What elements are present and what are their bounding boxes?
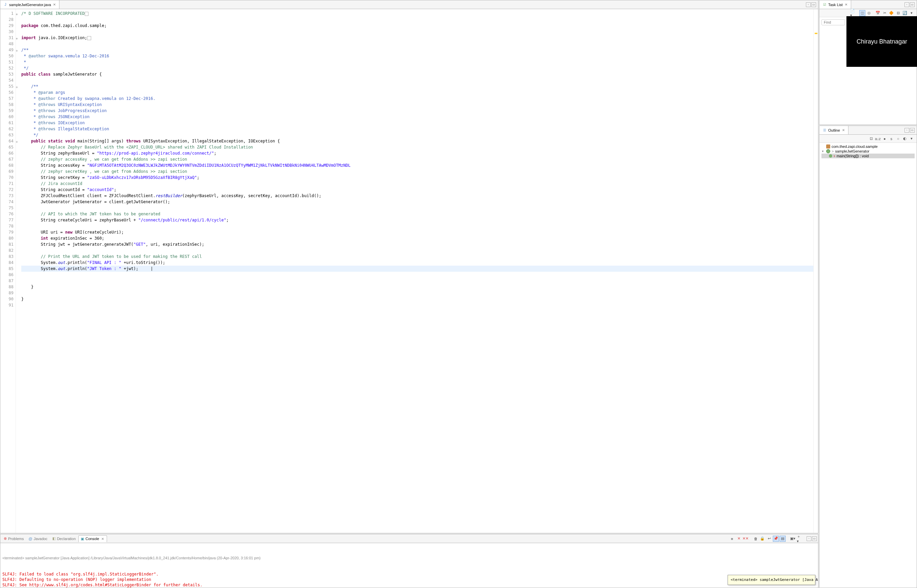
remove-launch-button[interactable]: ✕ [736,536,742,542]
maximize-button[interactable]: ▭ [910,128,915,132]
tab-problems[interactable]: ⊗Problems [2,535,26,542]
line-gutter: 1⊕28293031⊕4849⊖505152535455⊖56575859606… [0,9,16,533]
chevron-down-icon[interactable]: ▼ [822,150,825,153]
maximize-button[interactable]: ▭ [811,2,816,7]
sort-button[interactable]: a↓z [875,136,881,142]
tab-task-list[interactable]: ☑ Task List ✕ [820,0,851,9]
focus-active-button[interactable]: ⊡ [868,136,874,142]
method-node[interactable]: S main(String[]) : void [822,153,915,158]
class-node[interactable]: ▼ > sampleJwtGenerator [822,149,915,153]
view-menu-button[interactable]: ▾ [909,136,915,142]
outline-tabbar: ☰ Outline ✕ ▫ ▭ [820,126,917,135]
console-header: <terminated> sampleJwtGenerator [Java Ap… [2,555,816,561]
remove-all-button[interactable]: ✕✕ [742,536,749,542]
close-icon[interactable]: ✕ [841,128,846,132]
outline-toolbar: ⊡ a↓z ● s ○ ◐ ▾ [820,135,917,143]
categorize-button[interactable]: ◫ [859,10,865,16]
video-overlay: Chirayu Bhatnagar [846,16,917,67]
console-panel: ⊗Problems @Javadoc ◧Declaration ▣Console… [0,534,818,588]
javadoc-icon: @ [28,537,32,541]
participant-name: Chirayu Bhatnagar [857,38,907,45]
collapse-all-button[interactable]: ⊟ [895,10,901,16]
console-output[interactable]: <terminated> sampleJwtGenerator [Java Ap… [0,543,818,588]
task-tabbar: ☑ Task List ✕ ▫ ▭ [820,0,917,9]
schedule-button[interactable]: 📅 [875,10,881,16]
view-menu-button[interactable]: ▾ [909,10,915,16]
new-console-button[interactable]: ＋▾ [796,536,802,542]
declaration-icon: ◧ [52,536,56,541]
minimize-button[interactable]: ▫ [904,128,909,132]
minimize-button[interactable]: ▫ [806,2,811,7]
editor-tab[interactable]: J sampleJwtGenerator.java ✕ [0,0,60,9]
outline-tree[interactable]: com.thed.zapi.cloud.sample ▼ > sampleJwt… [820,143,917,160]
overview-ruler[interactable] [813,9,818,533]
terminate-button[interactable]: ■ [729,536,735,542]
minimize-button[interactable]: ▫ [904,2,909,7]
tab-console[interactable]: ▣Console✕ [78,535,107,543]
static-decorator-icon: S [834,155,835,157]
method-icon [829,154,832,158]
new-task-button[interactable]: 📄▾ [850,10,856,16]
maximize-button[interactable]: ▭ [812,536,817,541]
tab-outline[interactable]: ☰ Outline ✕ [820,126,849,134]
focus-button[interactable]: ◎ [866,10,872,16]
bottom-tabbar: ⊗Problems @Javadoc ◧Declaration ▣Console… [0,534,818,543]
code-area[interactable]: /* D SOFTWARE INCORPORATED package com.t… [16,9,813,533]
editor-panel: J sampleJwtGenerator.java ✕ ▫ ▭ 1⊕282930… [0,0,818,533]
editor-tabbar: J sampleJwtGenerator.java ✕ ▫ ▭ [0,0,818,9]
pin-console-button[interactable]: 📌 [773,536,779,542]
outline-panel: ☰ Outline ✕ ▫ ▭ ⊡ a↓z ● s ○ ◐ ▾ [819,126,917,588]
clear-console-button[interactable]: 🗑 [752,536,759,542]
class-icon [826,149,830,153]
synchronize-button[interactable]: 🔄 [902,10,908,16]
package-icon [826,144,830,149]
console-icon: ▣ [81,537,84,541]
hide-nonpublic-button[interactable]: ○ [895,136,901,142]
package-node[interactable]: com.thed.zapi.cloud.sample [822,144,915,149]
editor-tab-label: sampleJwtGenerator.java [9,3,51,7]
close-icon[interactable]: ✕ [52,3,57,6]
java-file-icon: J [3,2,8,7]
outline-icon: ☰ [822,128,827,132]
display-selected-button[interactable]: ▤ [780,536,786,542]
tab-javadoc[interactable]: @Javadoc [26,536,49,542]
problems-icon: ⊗ [4,536,7,541]
hide-local-button[interactable]: ◐ [902,136,908,142]
close-icon[interactable]: ✕ [844,3,848,6]
hide-completed-button[interactable]: ✂ [881,10,888,16]
hide-static-button[interactable]: s [888,136,894,142]
hide-fields-button[interactable]: ● [881,136,888,142]
filter-button[interactable]: 🔶 [888,10,894,16]
console-tooltip: <terminated> sampleJwtGenerator [Java Ap… [728,575,815,585]
task-list-icon: ☑ [822,2,827,7]
word-wrap-button[interactable]: ↩ [766,536,772,542]
tab-declaration[interactable]: ◧Declaration [50,535,78,542]
minimize-button[interactable]: ▫ [807,536,811,541]
editor-body[interactable]: 1⊕28293031⊕4849⊖505152535455⊖56575859606… [0,9,818,533]
open-console-button[interactable]: ▣▾ [790,536,796,542]
scroll-lock-button[interactable]: 🔒 [759,536,765,542]
maximize-button[interactable]: ▭ [910,2,915,7]
close-icon[interactable]: ✕ [100,537,105,541]
task-find-input[interactable] [822,19,845,25]
